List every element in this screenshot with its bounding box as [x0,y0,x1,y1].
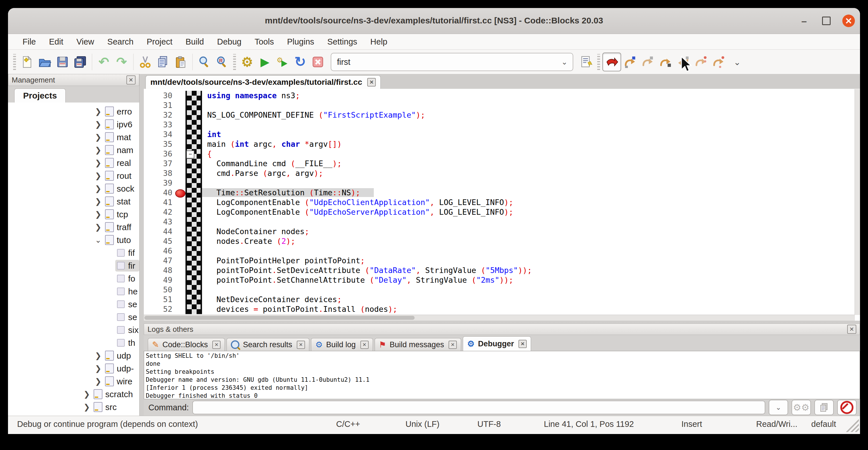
run-button[interactable]: ▶ [256,53,274,71]
menu-item-edit[interactable]: Edit [42,34,70,50]
code-area[interactable]: 30using namespace ns3;3132NS_LOG_COMPONE… [144,91,855,315]
logs-tab-search-results[interactable]: Search results✕ [226,338,309,351]
line-number[interactable]: 50 [144,285,174,294]
breakpoint-margin[interactable] [174,100,185,110]
logs-tab-build-messages[interactable]: ⚑Build messages✕ [375,338,461,351]
fold-margin[interactable] [185,304,202,314]
chevron-right-icon[interactable]: ❯ [93,120,103,129]
tab-projects[interactable]: Projects [14,89,66,102]
fold-margin[interactable] [185,120,202,130]
tab-close-icon[interactable]: ✕ [448,341,457,349]
breakpoint-margin[interactable] [174,149,185,159]
undo-button[interactable]: ↶ [95,53,113,71]
chevron-right-icon[interactable]: ❯ [93,210,103,219]
command-input[interactable] [192,400,765,414]
tab-close-icon[interactable]: ✕ [212,341,221,349]
menu-item-plugins[interactable]: Plugins [280,34,321,50]
tree-item-src[interactable]: ❯src [8,400,139,414]
breakpoint-margin[interactable] [174,285,185,295]
tree-item-fif[interactable]: fif [8,246,139,259]
fold-margin[interactable] [185,178,202,188]
search-options-button[interactable] [577,53,595,71]
code-line-34[interactable]: 34int [144,130,855,139]
fold-margin[interactable] [185,130,202,139]
chevron-right-icon[interactable]: ❯ [93,107,103,116]
code-editor[interactable]: 30using namespace ns3;3132NS_LOG_COMPONE… [144,89,860,321]
code-line-31[interactable]: 31 [144,100,855,110]
run-to-cursor-button[interactable] [621,53,639,71]
toolbar-handle[interactable] [13,54,16,70]
line-number[interactable]: 41 [144,198,174,207]
breakpoint-margin[interactable] [174,110,185,120]
line-number[interactable]: 32 [144,111,174,119]
editor-horizontal-scrollbar[interactable] [144,314,855,321]
code-line-40[interactable]: 40 Time::SetResolution (Time::NS); [144,188,855,198]
code-line-30[interactable]: 30using namespace ns3; [144,91,855,100]
code-line-41[interactable]: 41 LogComponentEnable ("UdpEchoClientApp… [144,198,855,207]
breakpoint-icon[interactable] [175,189,185,198]
next-line-button[interactable] [639,53,657,71]
code-line-36[interactable]: 36−{ [144,149,855,159]
code-line-47[interactable]: 47 PointToPointHelper pointToPoint; [144,256,855,266]
fold-margin[interactable] [185,110,202,120]
tree-item-se[interactable]: se [8,311,139,324]
fold-margin[interactable] [185,100,202,110]
next-instruction-button[interactable] [692,53,710,71]
chevron-right-icon[interactable]: ❯ [93,377,103,386]
find-button[interactable] [195,53,213,71]
tree-item-he[interactable]: he [8,285,139,298]
menu-item-view[interactable]: View [70,34,101,50]
line-number[interactable]: 30 [144,91,174,100]
search-dropdown-icon[interactable]: ⌄ [561,58,567,66]
code-line-52[interactable]: 52 devices = pointToPoint.Install (nodes… [144,304,855,314]
menu-item-help[interactable]: Help [364,34,394,50]
fold-margin[interactable] [185,266,202,275]
tree-item-six[interactable]: six [8,324,139,336]
breakpoint-margin[interactable] [174,236,185,246]
menu-item-file[interactable]: File [16,34,42,50]
menu-item-settings[interactable]: Settings [321,34,364,50]
fold-margin[interactable] [185,256,202,266]
management-close-icon[interactable]: ✕ [126,76,135,85]
compile-button[interactable]: ⚙ [238,53,256,71]
line-number[interactable]: 34 [144,130,174,139]
code-line-37[interactable]: 37 CommandLine cmd (__FILE__); [144,159,855,169]
menu-item-search[interactable]: Search [101,34,140,50]
breakpoint-margin[interactable] [174,295,185,304]
code-line-48[interactable]: 48 pointToPoint.SetDeviceAttribute ("Dat… [144,266,855,275]
breakpoint-margin[interactable] [174,198,185,207]
breakpoint-margin[interactable] [174,139,185,149]
code-line-51[interactable]: 51 NetDeviceContainer devices; [144,295,855,304]
toolbar-handle[interactable] [597,54,600,70]
editor-tab[interactable]: mnt/dev/tools/source/ns-3-dev/examples/t… [146,76,381,89]
code-line-32[interactable]: 32NS_LOG_COMPONENT_DEFINE ("FirstScriptE… [144,110,855,120]
fold-margin[interactable]: − [185,149,202,159]
breakpoint-margin[interactable] [174,130,185,139]
breakpoint-margin[interactable] [174,120,185,130]
breakpoint-margin[interactable] [174,227,185,236]
tree-item-real[interactable]: ❯real [8,156,139,169]
code-line-38[interactable]: 38 cmd.Parse (argc, argv); [144,169,855,178]
chevron-right-icon[interactable]: ❯ [93,364,103,373]
line-number[interactable]: 39 [144,178,174,187]
tree-item-sock[interactable]: ❯sock [8,182,139,195]
line-number[interactable]: 36 [144,149,174,158]
logs-tab-build-log[interactable]: ⚙Build log✕ [311,338,373,351]
breakpoint-margin[interactable] [174,178,185,188]
fold-margin[interactable] [185,139,202,149]
tab-close-icon[interactable]: ✕ [297,341,305,349]
tree-item-fir[interactable]: fir [8,259,139,272]
code-line-46[interactable]: 46 [144,246,855,256]
open-file-button[interactable] [36,53,54,71]
code-line-44[interactable]: 44 NodeContainer nodes; [144,227,855,236]
tree-item-erro[interactable]: ❯erro [8,105,139,118]
code-line-39[interactable]: 39 [144,178,855,188]
line-number[interactable]: 49 [144,275,174,284]
chevron-right-icon[interactable]: ❯ [93,351,103,360]
code-line-49[interactable]: 49 pointToPoint.SetChannelAttribute ("De… [144,275,855,285]
horizontal-splitter[interactable] [144,321,860,324]
line-number[interactable]: 35 [144,140,174,148]
fold-margin[interactable] [185,275,202,285]
line-number[interactable]: 42 [144,208,174,216]
resize-grip[interactable] [846,419,859,432]
